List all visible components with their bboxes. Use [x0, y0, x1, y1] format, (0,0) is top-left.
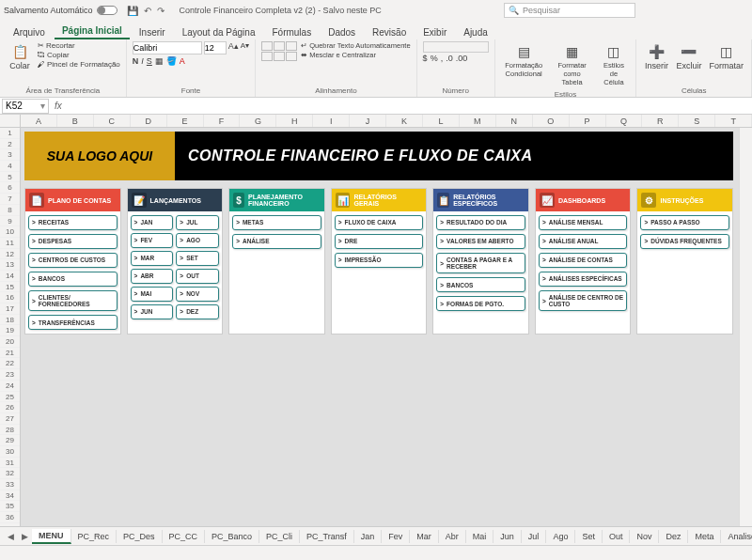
copy-button[interactable]: ⿻Copiar: [38, 51, 120, 59]
fx-icon[interactable]: fx: [55, 101, 62, 111]
format-table-button[interactable]: ▦Formatar como Tabela: [551, 41, 594, 88]
menu-item[interactable]: IMPRESSÃO: [335, 253, 424, 268]
autosave-toggle[interactable]: Salvamento Automático: [4, 6, 118, 15]
row-header[interactable]: 32: [0, 468, 20, 479]
sheet-tab[interactable]: Meta: [688, 530, 721, 543]
row-header[interactable]: 28: [0, 425, 20, 436]
decrease-font-icon[interactable]: A▾: [241, 41, 249, 54]
menu-item[interactable]: CLIENTES/ FORNECEDORES: [28, 290, 118, 311]
sheet-tab[interactable]: PC_Des: [117, 530, 163, 543]
col-header[interactable]: N: [496, 115, 533, 127]
sheet-tab[interactable]: Mai: [466, 530, 494, 543]
select-all-corner[interactable]: [0, 115, 21, 127]
tab-arquivo[interactable]: Arquivo: [6, 25, 53, 39]
row-header[interactable]: 2: [0, 139, 20, 150]
fill-color-icon[interactable]: 🪣: [166, 56, 177, 66]
cut-button[interactable]: ✂Recortar: [38, 41, 120, 50]
menu-item[interactable]: AGO: [176, 233, 219, 248]
menu-item[interactable]: ABR: [131, 269, 174, 284]
row-header[interactable]: 26: [0, 402, 20, 413]
menu-item[interactable]: JUN: [131, 304, 174, 319]
menu-item[interactable]: RESULTADO DO DIA: [436, 215, 525, 230]
menu-item[interactable]: ANÁLISES ESPECÍFICAS: [539, 272, 628, 287]
menu-item[interactable]: DESPESAS: [28, 234, 118, 249]
col-header[interactable]: T: [715, 115, 752, 127]
undo-icon[interactable]: ↶: [144, 6, 151, 16]
align-buttons[interactable]: [261, 41, 297, 61]
menu-item[interactable]: FLUXO DE CAIXA: [335, 215, 424, 230]
border-icon[interactable]: ▦: [155, 56, 164, 66]
col-header[interactable]: M: [460, 115, 496, 127]
tab-revisão[interactable]: Revisão: [365, 25, 414, 39]
sheet-tab[interactable]: Abr: [439, 530, 466, 543]
sheet-tab[interactable]: Fev: [382, 530, 410, 543]
bold-button[interactable]: N: [133, 56, 139, 66]
menu-item[interactable]: DEZ: [176, 304, 219, 319]
wrap-text-button[interactable]: ↵Quebrar Texto Automaticamente: [301, 41, 410, 50]
menu-item[interactable]: BANCOS: [436, 277, 525, 292]
row-header[interactable]: 27: [0, 413, 20, 425]
menu-item[interactable]: MAR: [131, 251, 174, 266]
row-header[interactable]: 18: [0, 315, 20, 326]
menu-item[interactable]: NOV: [176, 287, 219, 302]
paste-button[interactable]: 📋Colar: [6, 41, 34, 72]
col-header[interactable]: L: [423, 115, 460, 127]
row-header[interactable]: 25: [0, 392, 20, 403]
row-header[interactable]: 30: [0, 446, 20, 458]
col-header[interactable]: C: [94, 115, 131, 127]
save-icon[interactable]: 💾: [127, 6, 138, 16]
row-header[interactable]: 6: [0, 182, 20, 194]
menu-item[interactable]: ANÁLISE ANUAL: [539, 234, 628, 249]
row-header[interactable]: 35: [0, 501, 20, 512]
insert-cells-button[interactable]: ➕Inserir: [642, 41, 670, 72]
sheet-tab[interactable]: PC_CC: [163, 530, 206, 543]
sheet-nav-next[interactable]: ▶: [18, 532, 32, 541]
menu-item[interactable]: DRE: [335, 234, 424, 249]
menu-item[interactable]: ANÁLISE MENSAL: [539, 215, 628, 230]
sheet-tab[interactable]: Jun: [494, 530, 522, 543]
row-header[interactable]: 9: [0, 216, 20, 227]
row-header[interactable]: 33: [0, 479, 20, 490]
merge-button[interactable]: ⬌Mesclar e Centralizar: [301, 51, 410, 59]
italic-button[interactable]: I: [141, 56, 144, 66]
sheet-tab[interactable]: PC_Cli: [259, 530, 300, 543]
row-header[interactable]: 19: [0, 325, 20, 336]
decimal-dec-icon[interactable]: .00: [456, 54, 468, 63]
col-header[interactable]: S: [679, 115, 715, 127]
sheet-tab[interactable]: Ago: [546, 530, 575, 543]
row-header[interactable]: 24: [0, 381, 20, 392]
menu-item[interactable]: PASSO A PASSO: [640, 215, 729, 230]
conditional-format-button[interactable]: ▤Formatação Condicional: [501, 41, 547, 80]
row-header[interactable]: 16: [0, 292, 20, 303]
menu-item[interactable]: FEV: [131, 233, 174, 248]
sheet-tab[interactable]: PC_Rec: [71, 530, 118, 543]
row-header[interactable]: 10: [0, 226, 20, 238]
col-header[interactable]: P: [570, 115, 606, 127]
col-header[interactable]: R: [642, 115, 679, 127]
menu-item[interactable]: TRANSFERÊNCIAS: [28, 315, 118, 330]
sheet-tab[interactable]: Jan: [354, 530, 383, 543]
menu-item[interactable]: OUT: [176, 269, 219, 284]
font-color-icon[interactable]: A: [180, 56, 185, 66]
col-header[interactable]: A: [21, 115, 57, 127]
col-header[interactable]: B: [57, 115, 94, 127]
row-header[interactable]: 14: [0, 271, 20, 282]
menu-item[interactable]: JAN: [131, 215, 174, 230]
menu-item[interactable]: ANÁLISE DE CONTAS: [539, 253, 628, 268]
row-header[interactable]: 11: [0, 238, 20, 249]
menu-item[interactable]: FORMAS DE PGTO.: [436, 296, 525, 311]
row-header[interactable]: 29: [0, 435, 20, 446]
sheet-tab[interactable]: Analise: [721, 530, 752, 543]
redo-icon[interactable]: ↷: [157, 6, 164, 16]
col-header[interactable]: J: [350, 115, 386, 127]
name-box[interactable]: K52▾: [2, 99, 49, 114]
col-header[interactable]: D: [131, 115, 167, 127]
menu-item[interactable]: JUL: [176, 215, 219, 230]
menu-item[interactable]: CENTROS DE CUSTOS: [28, 253, 118, 268]
menu-item[interactable]: CONTAS A PAGAR E A RECEBER: [436, 253, 525, 273]
tab-inserir[interactable]: Inserir: [132, 25, 173, 39]
sheet-tab[interactable]: Out: [603, 530, 631, 543]
sheet-tab[interactable]: Dez: [659, 530, 688, 543]
row-header[interactable]: 13: [0, 259, 20, 271]
row-header[interactable]: 22: [0, 358, 20, 369]
